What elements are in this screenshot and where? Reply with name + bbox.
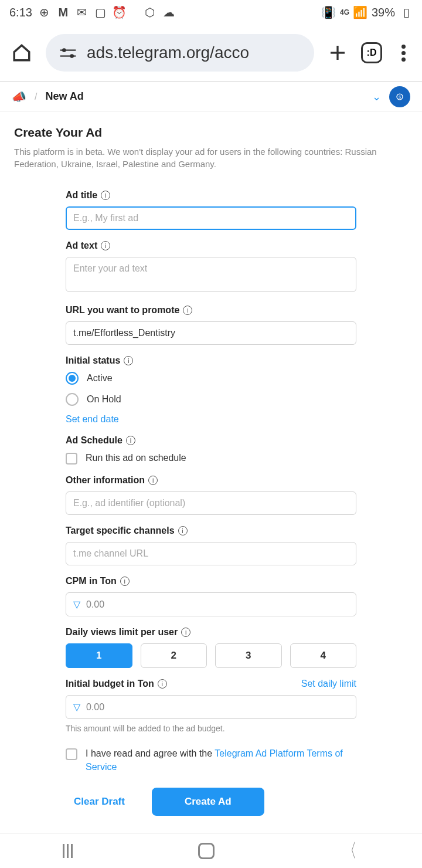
ton-icon: ▽ [73, 599, 80, 610]
budget-label: Initial budget in Ton [66, 679, 154, 689]
schedule-label: Ad Schedule [66, 435, 122, 446]
ad-text-input[interactable] [66, 257, 356, 292]
schedule-checkbox-label: Run this ad on schedule [86, 452, 186, 464]
info-icon[interactable]: i [101, 241, 110, 250]
browser-toolbar: ads.telegram.org/acco :D [0, 25, 422, 81]
info-icon[interactable]: i [181, 628, 190, 637]
tabs-button[interactable]: :D [361, 42, 382, 63]
cloud-icon: ☁ [162, 6, 175, 19]
info-icon[interactable]: i [120, 577, 130, 586]
ad-title-input[interactable] [66, 206, 356, 230]
gmail-icon: M [57, 6, 70, 19]
schedule-checkbox-row[interactable]: Run this ad on schedule [66, 452, 356, 464]
site-settings-icon [60, 47, 76, 59]
radio-button-icon [66, 393, 79, 406]
info-icon[interactable]: i [183, 306, 192, 315]
checkbox-icon [66, 453, 77, 464]
svg-rect-3 [60, 55, 76, 56]
target-channels-label: Target specific channels [66, 525, 175, 536]
back-button[interactable]: 〈 [343, 838, 356, 864]
plus-circle-icon: ⊕ [38, 6, 51, 19]
set-end-date-link[interactable]: Set end date [66, 414, 119, 424]
radio-active-label: Active [87, 373, 113, 384]
new-tab-icon[interactable] [328, 43, 347, 62]
cpm-label: CPM in Ton [66, 576, 117, 586]
set-daily-limit-link[interactable]: Set daily limit [301, 679, 356, 689]
breadcrumb-current: New Ad [45, 90, 83, 103]
daily-views-option-2[interactable]: 2 [141, 643, 207, 668]
daily-views-label: Daily views limit per user [66, 627, 178, 638]
battery-percent: 39% [372, 6, 395, 19]
ad-title-label: Ad title [66, 190, 97, 201]
url-label: URL you want to promote [66, 305, 179, 316]
signal-icon: 📶 [354, 6, 367, 19]
url-text: ads.telegram.org/acco [87, 43, 249, 62]
network-type: 4G [340, 8, 349, 16]
menu-icon[interactable] [396, 45, 410, 62]
chevron-down-icon[interactable]: ⌄ [372, 90, 381, 103]
info-icon[interactable]: i [126, 436, 135, 445]
budget-help-text: This amount will be added to the ad budg… [66, 724, 356, 733]
home-button[interactable] [198, 843, 215, 859]
page-title: Create Your Ad [14, 126, 408, 140]
checkbox-icon [66, 748, 77, 760]
home-icon[interactable] [12, 43, 32, 63]
calendar-icon: ▢ [94, 6, 107, 19]
target-channels-input[interactable] [66, 542, 356, 565]
breadcrumb: 📣 / New Ad ⌄ $ [0, 82, 422, 111]
battery-icon: ▯ [400, 6, 413, 19]
mail-icon: ✉ [76, 6, 89, 19]
url-bar[interactable]: ads.telegram.org/acco [46, 34, 314, 72]
clear-draft-button[interactable]: Clear Draft [66, 789, 133, 815]
breadcrumb-separator: / [35, 91, 37, 102]
megaphone-icon[interactable]: 📣 [12, 90, 26, 104]
info-icon[interactable]: i [101, 191, 110, 200]
vibrate-icon: 📳 [322, 6, 335, 19]
ad-text-label: Ad text [66, 240, 97, 251]
avatar[interactable]: $ [389, 86, 410, 107]
radio-onhold-label: On Hold [87, 394, 121, 405]
initial-status-label: Initial status [66, 355, 120, 366]
info-icon[interactable]: i [148, 476, 158, 485]
status-time: 6:13 [9, 6, 32, 19]
android-status-bar: 6:13 ⊕ M ✉ ▢ ⏰ ⬡ ☁ 📳 4G 📶 39% ▯ [0, 0, 422, 25]
ton-icon: ▽ [73, 701, 80, 713]
recent-apps-button[interactable] [63, 844, 73, 858]
other-info-input[interactable] [66, 491, 356, 515]
page-subtitle: This platform is in beta. We won't displ… [14, 145, 408, 170]
tos-checkbox-row[interactable]: I have read and agree with the Telegram … [66, 747, 356, 774]
settings-hex-icon: ⬡ [144, 6, 156, 19]
svg-text:$: $ [399, 94, 401, 99]
radio-onhold[interactable]: On Hold [66, 393, 356, 406]
info-icon[interactable]: i [158, 679, 167, 689]
radio-active[interactable]: Active [66, 372, 356, 385]
android-nav-bar: 〈 [0, 833, 422, 868]
other-info-label: Other information [66, 475, 145, 486]
daily-views-option-3[interactable]: 3 [215, 643, 282, 668]
tos-text: I have read and agree with the Telegram … [86, 747, 356, 774]
cpm-value: 0.00 [86, 599, 104, 610]
budget-input[interactable]: ▽ 0.00 [66, 695, 356, 719]
budget-value: 0.00 [86, 702, 104, 713]
daily-views-option-4[interactable]: 4 [290, 643, 357, 668]
info-icon[interactable]: i [178, 526, 188, 535]
radio-button-icon [66, 372, 79, 385]
create-ad-button[interactable]: Create Ad [152, 788, 264, 816]
svg-rect-1 [60, 49, 76, 50]
url-input[interactable] [66, 321, 356, 345]
alarm-icon: ⏰ [113, 6, 126, 19]
info-icon[interactable]: i [124, 356, 133, 365]
cpm-input[interactable]: ▽ 0.00 [66, 592, 356, 616]
daily-views-option-1[interactable]: 1 [66, 643, 132, 668]
